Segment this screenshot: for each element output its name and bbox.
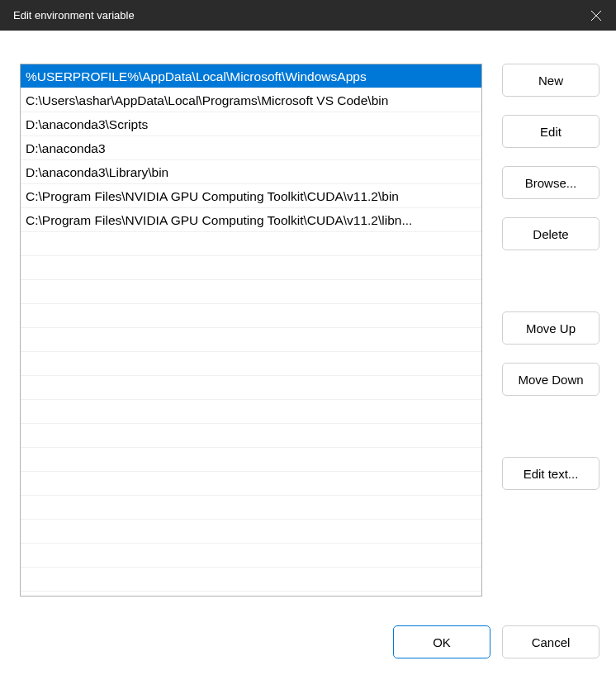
- list-item-empty[interactable]: [21, 424, 481, 448]
- main-area: %USERPROFILE%\AppData\Local\Microsoft\Wi…: [20, 64, 599, 609]
- list-item-empty[interactable]: [21, 544, 481, 568]
- close-button[interactable]: [576, 0, 616, 31]
- window-title: Edit environment variable: [13, 9, 135, 21]
- edit-button[interactable]: Edit: [502, 115, 599, 148]
- list-item-empty[interactable]: [21, 256, 481, 280]
- dialog-content: %USERPROFILE%\AppData\Local\Microsoft\Wi…: [0, 31, 616, 675]
- list-item-empty[interactable]: [21, 328, 481, 352]
- move-down-button[interactable]: Move Down: [502, 363, 599, 396]
- path-listbox[interactable]: %USERPROFILE%\AppData\Local\Microsoft\Wi…: [20, 64, 482, 597]
- list-item-empty[interactable]: [21, 400, 481, 424]
- titlebar: Edit environment variable: [0, 0, 616, 31]
- new-button[interactable]: New: [502, 64, 599, 97]
- list-item-empty[interactable]: [21, 520, 481, 544]
- list-item[interactable]: C:\Program Files\NVIDIA GPU Computing To…: [21, 208, 481, 232]
- list-item[interactable]: D:\anaconda3\Scripts: [21, 112, 481, 136]
- list-item[interactable]: D:\anaconda3: [21, 136, 481, 160]
- button-column: New Edit Browse... Delete Move Up Move D…: [502, 64, 599, 609]
- move-up-button[interactable]: Move Up: [502, 311, 599, 345]
- list-item-empty[interactable]: [21, 448, 481, 472]
- browse-button[interactable]: Browse...: [502, 166, 599, 199]
- ok-button[interactable]: OK: [393, 625, 490, 658]
- list-item-empty[interactable]: [21, 232, 481, 256]
- dialog-footer: OK Cancel: [20, 625, 599, 658]
- cancel-button[interactable]: Cancel: [502, 625, 599, 658]
- list-item-empty[interactable]: [21, 568, 481, 592]
- close-icon: [591, 11, 601, 21]
- list-item-empty[interactable]: [21, 352, 481, 376]
- list-item-empty[interactable]: [21, 472, 481, 496]
- list-item-empty[interactable]: [21, 376, 481, 400]
- list-item-empty[interactable]: [21, 304, 481, 328]
- delete-button[interactable]: Delete: [502, 217, 599, 250]
- list-item-empty[interactable]: [21, 280, 481, 304]
- list-item[interactable]: %USERPROFILE%\AppData\Local\Microsoft\Wi…: [21, 64, 481, 88]
- list-item[interactable]: C:\Program Files\NVIDIA GPU Computing To…: [21, 184, 481, 208]
- list-item[interactable]: D:\anaconda3\Library\bin: [21, 160, 481, 184]
- list-item-empty[interactable]: [21, 496, 481, 520]
- edit-text-button[interactable]: Edit text...: [502, 457, 599, 490]
- list-item[interactable]: C:\Users\ashar\AppData\Local\Programs\Mi…: [21, 88, 481, 112]
